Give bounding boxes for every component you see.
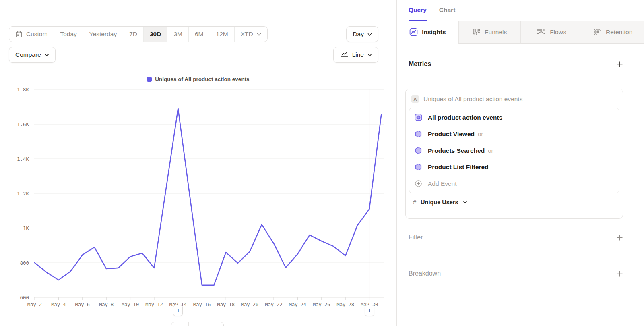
- chart-type-label: Line: [352, 51, 364, 58]
- plus-icon: [616, 234, 623, 241]
- report-tab-insights[interactable]: Insights: [397, 21, 458, 44]
- compare-dropdown[interactable]: Compare: [9, 47, 56, 63]
- event-label: Product List Filtered: [428, 164, 489, 171]
- report-tab-label: Flows: [550, 29, 566, 36]
- range-label: 30D: [150, 31, 161, 38]
- event-hexagon-icon: [415, 163, 422, 171]
- granularity-dropdown[interactable]: Day: [346, 26, 378, 42]
- add-event-icon: [415, 180, 422, 187]
- funnels-icon: [472, 28, 481, 36]
- report-tab-label: Insights: [422, 29, 446, 36]
- range-12m[interactable]: 12M: [210, 27, 234, 42]
- report-type-tabs: InsightsFunnelsFlowsRetention: [397, 21, 644, 44]
- report-tab-label: Funnels: [485, 29, 507, 36]
- plus-icon: [616, 61, 623, 68]
- metric-card: A Uniques of All product action events A…: [405, 89, 623, 219]
- x-axis-label: May 24: [289, 302, 306, 307]
- range-custom[interactable]: Custom: [9, 27, 54, 42]
- metrics-title: Metrics: [409, 60, 431, 68]
- chart-type-dropdown[interactable]: Line: [333, 47, 378, 63]
- x-axis-label: May 26: [313, 302, 330, 307]
- chevron-down-icon: [367, 54, 372, 57]
- aggregation-label: Unique Users: [421, 199, 458, 206]
- range-today[interactable]: Today: [54, 27, 83, 42]
- event-hexagon-icon: [415, 147, 422, 154]
- event-row[interactable]: Products Searchedor: [409, 142, 619, 159]
- report-tab-label: Retention: [606, 29, 632, 36]
- y-axis-label: 1K: [23, 225, 29, 231]
- report-tab-retention[interactable]: Retention: [582, 21, 644, 44]
- event-hexagon-icon: [415, 130, 422, 138]
- y-axis-label: 600: [20, 295, 29, 301]
- y-axis-label: 800: [20, 260, 29, 266]
- event-label: All product action events: [428, 114, 502, 121]
- y-axis-label: 1.4K: [17, 156, 29, 162]
- granularity-label: Day: [353, 31, 364, 38]
- chevron-down-icon: [367, 31, 372, 38]
- annotation-badge[interactable]: 1: [365, 305, 374, 316]
- breakdown-section-header: Breakdown: [409, 270, 623, 277]
- range-label: Yesterday: [89, 31, 117, 38]
- add-breakdown-button[interactable]: [616, 270, 623, 277]
- date-range-group: CustomTodayYesterday7D30D3M6M12MXTD: [9, 26, 268, 42]
- y-axis-label: 1.2K: [17, 191, 29, 197]
- calendar-icon: [15, 31, 23, 38]
- footer-cell[interactable]: [171, 322, 188, 326]
- range-xtd[interactable]: XTD: [234, 27, 267, 42]
- line-chart-glyph-icon: [340, 50, 349, 58]
- add-event-row[interactable]: Add Event: [409, 175, 619, 192]
- chart-pane: CustomTodayYesterday7D30D3M6M12MXTD Day …: [0, 0, 396, 326]
- report-tab-flows[interactable]: Flows: [520, 21, 582, 44]
- insights-icon: [409, 28, 418, 36]
- footer-cell[interactable]: [206, 322, 223, 326]
- range-6m[interactable]: 6M: [188, 27, 210, 42]
- series-badge: A: [411, 95, 419, 103]
- x-axis-label: May 6: [75, 302, 90, 307]
- series-label: Uniques of All product action events: [423, 96, 522, 103]
- range-label: XTD: [241, 31, 253, 38]
- line-chart[interactable]: 6008001K1.2K1.4K1.6K1.8KMay 2May 4May 6M…: [0, 73, 396, 314]
- annotation-badge[interactable]: 1: [173, 305, 183, 316]
- range-7d[interactable]: 7D: [123, 27, 143, 42]
- metric-series-row[interactable]: A Uniques of All product action events: [406, 89, 623, 107]
- range-label: 3M: [173, 31, 182, 38]
- add-metric-button[interactable]: [616, 60, 623, 68]
- event-label: Product Viewed: [428, 131, 475, 138]
- footer-cell[interactable]: [188, 322, 206, 326]
- x-axis-label: May 2: [27, 302, 42, 307]
- chevron-down-icon: [257, 33, 261, 36]
- compare-label: Compare: [15, 51, 41, 58]
- pane-tabs: QueryChart: [397, 0, 644, 21]
- event-row[interactable]: Product List Filtered: [409, 159, 619, 175]
- range-label: Today: [60, 31, 76, 38]
- filter-title: Filter: [409, 234, 423, 241]
- add-event-label: Add Event: [428, 180, 457, 187]
- y-axis-label: 1.6K: [17, 121, 29, 127]
- app-root: CustomTodayYesterday7D30D3M6M12MXTD Day …: [0, 0, 644, 326]
- event-label: Products Searched: [428, 147, 485, 154]
- chart-footer-control-partial[interactable]: [171, 322, 224, 326]
- chevron-down-icon: [45, 54, 49, 57]
- event-operator: or: [478, 131, 483, 137]
- retention-icon: [594, 28, 602, 36]
- add-filter-button[interactable]: [616, 234, 623, 241]
- hash-icon: #: [413, 199, 416, 206]
- pane-tab-query[interactable]: Query: [409, 0, 427, 21]
- event-operator: or: [488, 147, 493, 154]
- range-yesterday[interactable]: Yesterday: [83, 27, 123, 42]
- events-list: All product action eventsProduct Viewedo…: [409, 108, 619, 193]
- event-row[interactable]: Product Viewedor: [409, 126, 619, 142]
- breakdown-title: Breakdown: [409, 270, 441, 277]
- series-line[interactable]: [35, 108, 381, 285]
- aggregation-selector[interactable]: # Unique Users: [406, 193, 623, 206]
- line-chart-icon: [340, 50, 349, 60]
- range-30d[interactable]: 30D: [143, 27, 167, 42]
- x-axis-label: May 10: [122, 302, 139, 307]
- range-label: 7D: [129, 31, 137, 38]
- report-tab-funnels[interactable]: Funnels: [458, 21, 520, 44]
- range-3m[interactable]: 3M: [167, 27, 188, 42]
- all-events-icon: [415, 114, 422, 121]
- pane-tab-chart[interactable]: Chart: [439, 0, 455, 21]
- event-row[interactable]: All product action events: [409, 109, 619, 126]
- x-axis-label: May 12: [145, 302, 163, 307]
